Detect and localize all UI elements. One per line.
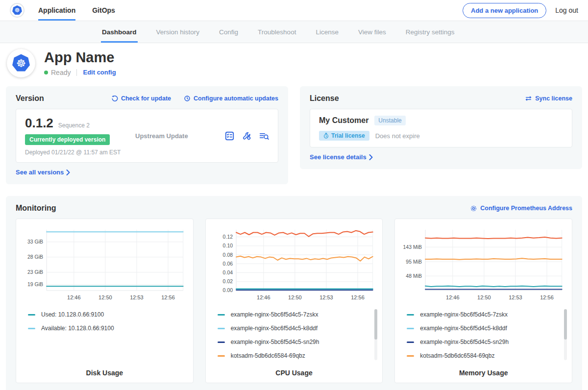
- config-wrench-icon[interactable]: [242, 131, 251, 141]
- app-header: ☸ App Name Ready Edit config: [0, 43, 588, 82]
- svg-text:12:53: 12:53: [509, 294, 523, 300]
- see-all-versions-link[interactable]: See all versions: [16, 169, 70, 176]
- legend-swatch: [218, 328, 225, 329]
- svg-text:23 GiB: 23 GiB: [27, 269, 43, 275]
- configure-prometheus-link[interactable]: Configure Prometheus Address: [470, 205, 572, 212]
- svg-text:0.12: 0.12: [222, 234, 233, 240]
- tab-application[interactable]: Application: [38, 0, 75, 21]
- legend-label: example-nginx-5bc6f5d4c5-7zskx: [231, 311, 318, 318]
- customer-name: My Customer: [319, 116, 368, 125]
- gear-icon: [470, 205, 477, 212]
- legend-item[interactable]: Available: 10.128.0.66:9100: [28, 325, 183, 332]
- view-logs-icon[interactable]: [259, 131, 269, 141]
- legend-item[interactable]: example-nginx-5bc6f5d4c5-7zskx: [407, 311, 562, 318]
- kubernetes-helm-icon: ☸: [12, 5, 23, 16]
- cpu-usage-chart[interactable]: 0.120.100.080.060.040.020.0012:4612:5012…: [211, 224, 378, 308]
- license-card: License Sync license My Customer Unstabl…: [300, 86, 582, 169]
- chevron-right-icon: [369, 154, 373, 160]
- legend-swatch: [28, 328, 35, 329]
- tab-dashboard[interactable]: Dashboard: [92, 21, 147, 43]
- tab-license[interactable]: License: [306, 21, 348, 43]
- preflight-checklist-icon[interactable]: [225, 131, 234, 141]
- tab-view-files[interactable]: View files: [348, 21, 396, 43]
- kubernetes-logo-icon[interactable]: ☸: [10, 3, 24, 18]
- stopwatch-icon: [323, 133, 329, 139]
- version-card-title: Version: [16, 94, 44, 103]
- tab-troubleshoot[interactable]: Troubleshoot: [248, 21, 306, 43]
- svg-text:12:53: 12:53: [319, 294, 333, 300]
- legend-item[interactable]: example-nginx-5bc6f5d4c5-k8ddf: [218, 325, 373, 332]
- legend-label: example-nginx-5bc6f5d4c5-sn29h: [231, 339, 319, 345]
- svg-text:☸: ☸: [16, 57, 26, 70]
- svg-text:0.00: 0.00: [222, 288, 233, 293]
- svg-text:12:56: 12:56: [351, 294, 365, 300]
- top-nav: ☸ Application GitOps Add a new applicati…: [0, 0, 588, 21]
- see-license-details-label: See license details: [310, 153, 367, 161]
- disk-usage-chart[interactable]: 33 GiB28 GiB23 GiB19 GiB12:4612:5012:531…: [21, 224, 188, 308]
- disk-usage-chart-title: Disk Usage: [21, 369, 188, 377]
- tab-registry-settings[interactable]: Registry settings: [396, 21, 465, 43]
- license-type-badge: Trial license: [319, 131, 369, 141]
- svg-text:12:46: 12:46: [67, 294, 81, 300]
- disk-usage-legend: Used: 10.128.0.66:9100 Available: 10.128…: [21, 308, 188, 339]
- svg-text:0.04: 0.04: [222, 269, 233, 275]
- cpu-usage-chart-title: CPU Usage: [211, 369, 378, 377]
- sync-license-link[interactable]: Sync license: [525, 95, 572, 102]
- legend-item[interactable]: example-nginx-5bc6f5d4c5-7zskx: [218, 311, 373, 318]
- tab-gitops[interactable]: GitOps: [92, 0, 115, 21]
- svg-text:12:50: 12:50: [477, 294, 491, 300]
- license-inner-card: My Customer Unstable Trial license Does …: [310, 109, 572, 147]
- legend-label: Available: 10.128.0.66:9100: [41, 325, 114, 332]
- memory-usage-chart[interactable]: 143 MiB95 MiB48 MiB12:4612:5012:5312:56: [400, 224, 567, 308]
- legend-label: Used: 10.128.0.66:9100: [41, 311, 104, 318]
- logout-button[interactable]: Log out: [555, 6, 578, 14]
- app-icon: ☸: [7, 49, 35, 77]
- legend-label: example-nginx-5bc6f5d4c5-k8ddf: [231, 325, 318, 332]
- legend-item[interactable]: example-nginx-5bc6f5d4c5-sn29h: [218, 339, 373, 345]
- channel-badge: Unstable: [374, 116, 405, 125]
- version-card: Version Check for update Configure autom…: [6, 86, 288, 184]
- memory-usage-chart-title: Memory Usage: [400, 369, 567, 377]
- tab-version-history[interactable]: Version history: [147, 21, 210, 43]
- svg-text:33 GiB: 33 GiB: [27, 239, 43, 244]
- svg-text:28 GiB: 28 GiB: [27, 254, 43, 260]
- license-type-label: Trial license: [331, 132, 365, 139]
- legend-item[interactable]: kotsadm-5db6dc6584-69qbz: [218, 352, 373, 359]
- svg-text:12:50: 12:50: [288, 294, 302, 300]
- add-new-application-button[interactable]: Add a new application: [463, 3, 546, 18]
- svg-text:☸: ☸: [14, 7, 20, 14]
- svg-text:12:46: 12:46: [257, 294, 270, 300]
- legend-scrollbar-thumb[interactable]: [564, 309, 567, 340]
- legend-item[interactable]: example-nginx-5bc6f5d4c5-k8ddf: [407, 325, 562, 332]
- legend-swatch: [218, 314, 225, 316]
- cpu-usage-chart-card: 0.120.100.080.060.040.020.0012:4612:5012…: [205, 219, 383, 383]
- license-card-title: License: [310, 94, 339, 103]
- legend-item[interactable]: example-nginx-5bc6f5d4c5-sn29h: [407, 339, 562, 345]
- legend-swatch: [218, 355, 225, 357]
- legend-item[interactable]: kotsadm-5db6dc6584-69qbz: [407, 352, 562, 359]
- status-dot: [44, 71, 48, 74]
- edit-config-link[interactable]: Edit config: [83, 69, 116, 76]
- legend-scrollbar: [374, 309, 377, 360]
- kubernetes-app-logo-icon: ☸: [11, 53, 31, 73]
- see-license-details-link[interactable]: See license details: [310, 153, 373, 161]
- legend-swatch: [28, 314, 35, 316]
- legend-item[interactable]: Used: 10.128.0.66:9100: [28, 311, 183, 318]
- currently-deployed-badge: Currently deployed version: [25, 134, 110, 145]
- svg-text:19 GiB: 19 GiB: [27, 281, 43, 287]
- svg-text:0.10: 0.10: [222, 243, 233, 248]
- legend-swatch: [407, 314, 414, 316]
- legend-scrollbar-thumb[interactable]: [374, 309, 377, 340]
- check-for-update-link[interactable]: Check for update: [111, 95, 171, 102]
- app-sub-nav: Dashboard Version history Config Trouble…: [0, 21, 588, 43]
- expiry-text: Does not expire: [375, 132, 420, 140]
- configure-automatic-updates-link[interactable]: Configure automatic updates: [184, 95, 278, 102]
- svg-text:12:53: 12:53: [130, 294, 144, 300]
- tab-config[interactable]: Config: [209, 21, 248, 43]
- disk-usage-chart-card: 33 GiB28 GiB23 GiB19 GiB12:4612:5012:531…: [16, 219, 194, 383]
- legend-label: example-nginx-5bc6f5d4c5-k8ddf: [420, 325, 507, 332]
- legend-scrollbar: [564, 309, 567, 360]
- chevron-right-icon: [66, 170, 70, 175]
- legend-swatch: [218, 341, 225, 343]
- svg-text:48 MiB: 48 MiB: [406, 273, 422, 279]
